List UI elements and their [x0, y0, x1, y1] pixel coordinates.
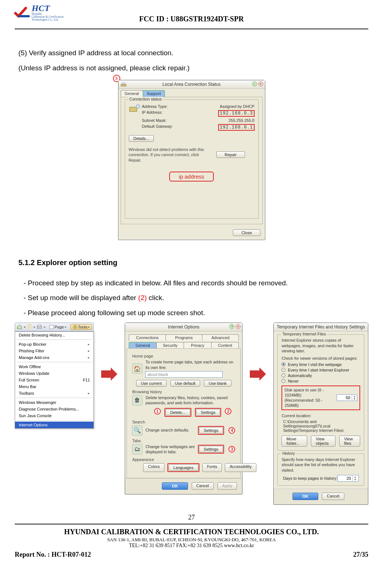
page-dropdown[interactable]: Page▾	[47, 324, 69, 330]
ok-button[interactable]: OK	[162, 482, 188, 490]
tab-programs[interactable]: Programs	[166, 334, 202, 341]
tools-menu: Delete Browsing History... Pop-up Blocke…	[15, 331, 94, 429]
menu-full-screen[interactable]: Full ScreenF11	[15, 377, 93, 383]
print-icon[interactable]	[36, 324, 42, 330]
header-rule	[15, 28, 368, 29]
search-icon: 🔍	[132, 425, 142, 436]
menu-toolbars[interactable]: Toolbars▸	[15, 390, 93, 397]
search-label: Search	[132, 420, 235, 424]
view-objects-button[interactable]: View objects	[311, 436, 336, 447]
tabs-icon: 🗂	[132, 444, 142, 454]
tab-connections[interactable]: Connections	[129, 334, 166, 341]
section-5-1-2-title: 5.1.2 Explorer option setting	[18, 258, 365, 267]
home-page-input[interactable]	[145, 371, 223, 378]
close-icon[interactable]: ×	[258, 81, 263, 87]
settings-history-button[interactable]: Settings	[196, 409, 220, 416]
tab-support[interactable]: Support	[143, 90, 165, 97]
history-icon: 🗑	[132, 395, 142, 405]
page-number: 27	[15, 514, 368, 521]
radio-never[interactable]: Never	[281, 379, 360, 383]
tabs-label: Tabs	[132, 439, 235, 443]
bullet-1: - Proceed step by step as indicated in b…	[24, 278, 365, 289]
help-icon[interactable]: ?	[229, 324, 234, 329]
tab-advanced[interactable]: Advanced	[202, 334, 239, 341]
menu-work-offline[interactable]: Work Offline	[15, 363, 93, 370]
menu-windows-messenger[interactable]: Windows Messenger	[15, 399, 93, 406]
use-blank-button[interactable]: Use blank	[204, 380, 231, 387]
menu-phishing-filter[interactable]: Phishing Filter▸	[15, 348, 93, 354]
tab-content[interactable]: Content	[211, 342, 239, 348]
tools-dropdown[interactable]: Tools▾	[70, 324, 92, 330]
apply-button[interactable]: Apply	[217, 482, 237, 490]
appearance-label: Appearance	[132, 457, 235, 462]
feed-icon[interactable]	[27, 324, 32, 330]
menu-sun-java[interactable]: Sun Java Console	[15, 412, 93, 419]
footer-address: SAN 136-1, AMI-RI, BUBAL-EUP, ICHEON-SI,…	[15, 537, 368, 543]
delete-button[interactable]: Delete...	[166, 409, 190, 416]
internet-options-dialog: Internet Options ? × Connections Program…	[125, 323, 242, 494]
close-icon[interactable]: ×	[235, 324, 241, 329]
status-dialog-title: Local Area Connection Status – ×	[118, 80, 265, 89]
radio-every-visit[interactable]: Every time I visit the webpage	[281, 362, 360, 367]
footer-contact: TEL:+82 31 639 8517 FAX:+82 31 639 8525 …	[15, 543, 368, 549]
home-page-label: Home page	[132, 354, 235, 358]
use-default-button[interactable]: Use default	[170, 380, 201, 387]
adapter-icon	[129, 104, 140, 114]
logo-name: HCT	[32, 4, 64, 13]
minimize-icon[interactable]: –	[252, 81, 257, 87]
colors-button[interactable]: Colors	[143, 463, 164, 472]
bullet-2: - Set up mode will be displayed after (2…	[24, 293, 365, 303]
menu-diagnose-connection[interactable]: Diagnose Connection Problems...	[15, 406, 93, 412]
fonts-button[interactable]: Fonts	[202, 463, 222, 472]
ok-button[interactable]: OK	[292, 493, 319, 500]
home-icon[interactable]	[17, 324, 22, 330]
menu-menu-bar[interactable]: Menu Bar	[15, 383, 93, 390]
internet-options-title: Internet Options ? ×	[125, 323, 242, 331]
details-button[interactable]: Details...	[129, 135, 154, 142]
tab-privacy[interactable]: Privacy	[184, 342, 212, 348]
repair-button[interactable]: Repair	[216, 151, 245, 158]
callout-3: 3	[228, 446, 235, 453]
accessibility-button[interactable]: Accessibility	[225, 463, 256, 472]
page-footer: HYUNDAI CALIBRATION & CERTIFICATION TECH…	[15, 524, 368, 559]
view-files-button[interactable]: View files	[339, 436, 360, 447]
menu-delete-history[interactable]: Delete Browsing History...	[15, 332, 93, 338]
radio-auto[interactable]: Automatically	[281, 373, 360, 378]
callout-1: 1	[154, 408, 161, 415]
menu-popup-blocker[interactable]: Pop-up Blocker▸	[15, 341, 93, 348]
radio-every-start[interactable]: Every time I start Internet Explorer	[281, 368, 360, 372]
use-current-button[interactable]: Use current	[136, 380, 167, 387]
settings-tabs-button[interactable]: Settings	[199, 446, 223, 453]
svg-rect-2	[130, 107, 137, 112]
menu-windows-update[interactable]: Windows Update	[15, 370, 93, 377]
close-button[interactable]: Close	[233, 229, 260, 236]
settings-search-button[interactable]: Settings	[199, 427, 223, 434]
ip-address-value: 192.168.0.3	[218, 110, 254, 117]
history-days-spinner[interactable]: ▲▼	[337, 475, 359, 482]
svg-rect-7	[50, 325, 53, 329]
move-folder-button[interactable]: Move folder...	[281, 436, 307, 447]
callout-2: 2	[225, 408, 231, 415]
network-icon	[121, 82, 127, 87]
tab-general[interactable]: General	[121, 90, 143, 97]
cancel-button[interactable]: Cancel	[192, 482, 214, 490]
callout-4: 4	[228, 427, 235, 434]
tab-general[interactable]: General	[129, 342, 157, 348]
para-5: (5) Verify assigned IP address at local …	[18, 48, 365, 59]
gateway-value: 192.168.0.1	[218, 124, 254, 131]
cancel-button[interactable]: Cancel	[322, 493, 344, 500]
page-of-total: 27/35	[353, 551, 368, 559]
menu-internet-options[interactable]: Internet Options	[15, 422, 93, 428]
current-location-path: C:\Documents and Settings\woosung07\Loca…	[283, 419, 360, 433]
fcc-id-header: FCC ID : U88GSTR1924DT-SPR	[15, 15, 368, 23]
disk-space-spinner[interactable]: ▲▼	[337, 394, 357, 401]
svg-point-3	[136, 105, 140, 108]
ie-tools-menu-panel: ▾ ▾ ▾ Page▾ Tools▾ Delete Browsing Histo…	[15, 323, 94, 429]
ip-address-label: ip address	[169, 172, 214, 182]
tab-security[interactable]: Security	[156, 342, 184, 348]
languages-button[interactable]: Languages	[169, 464, 198, 471]
bullet-3: - Please proceed along following set up …	[24, 308, 365, 318]
menu-manage-addons[interactable]: Manage Add-ons▸	[15, 354, 93, 361]
report-no: Report No. : HCT-R07-012	[15, 551, 91, 559]
para-5b: (Unless IP address is not assigned, plea…	[18, 63, 365, 74]
